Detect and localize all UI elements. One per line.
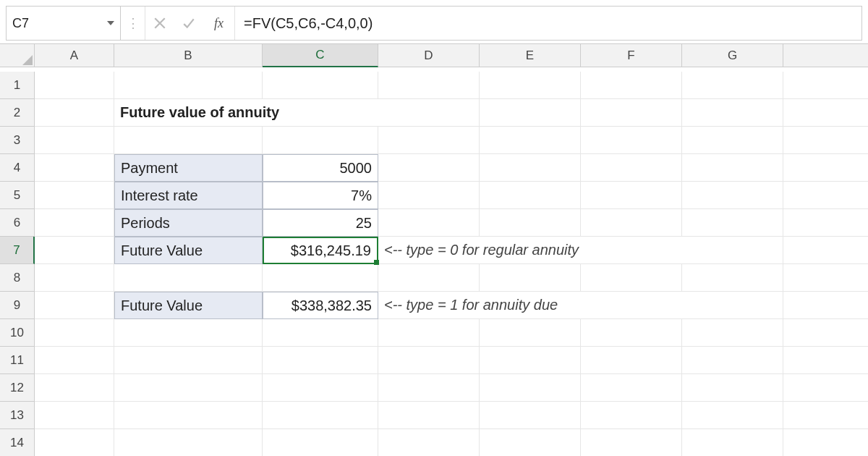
spreadsheet-grid[interactable]: A B C D E F G 1 2 Future value of annuit… bbox=[0, 43, 868, 456]
row-header-11[interactable]: 11 bbox=[0, 347, 35, 374]
row-header-1[interactable]: 1 bbox=[0, 72, 35, 99]
cell-G1[interactable] bbox=[682, 72, 783, 99]
cell-G5[interactable] bbox=[682, 182, 783, 209]
cell-H3[interactable] bbox=[783, 127, 868, 154]
cell-C1[interactable] bbox=[263, 72, 378, 99]
cell-H7[interactable] bbox=[783, 237, 868, 264]
cell-A2[interactable] bbox=[35, 99, 114, 127]
cell-H2[interactable] bbox=[783, 99, 868, 127]
col-header-H[interactable] bbox=[783, 44, 868, 67]
chevron-down-icon[interactable] bbox=[107, 21, 114, 25]
row-header-9[interactable]: 9 bbox=[0, 292, 35, 319]
value-fv-b[interactable]: $338,382.35 bbox=[263, 292, 378, 319]
cell-D5[interactable] bbox=[378, 182, 480, 209]
name-box-value: C7 bbox=[12, 16, 107, 31]
name-box[interactable]: C7 bbox=[7, 7, 121, 40]
row-header-8[interactable]: 8 bbox=[0, 264, 35, 292]
label-fv-b[interactable]: Future Value bbox=[114, 292, 263, 319]
value-periods[interactable]: 25 bbox=[263, 209, 378, 237]
col-header-F[interactable]: F bbox=[581, 44, 682, 67]
cell-E2[interactable] bbox=[480, 99, 581, 127]
cell-G8[interactable] bbox=[682, 264, 783, 292]
cell-B1[interactable] bbox=[114, 72, 263, 99]
cell-A5[interactable] bbox=[35, 182, 114, 209]
cell-G2[interactable] bbox=[682, 99, 783, 127]
enter-button[interactable] bbox=[174, 7, 203, 40]
cell-A7[interactable] bbox=[35, 237, 114, 264]
cell-E8[interactable] bbox=[480, 264, 581, 292]
cell-H5[interactable] bbox=[783, 182, 868, 209]
cell-E4[interactable] bbox=[480, 154, 581, 182]
cell-F3[interactable] bbox=[581, 127, 682, 154]
insert-function-button[interactable]: fx bbox=[203, 7, 235, 40]
col-header-B[interactable]: B bbox=[114, 44, 263, 67]
cell-A10[interactable] bbox=[35, 319, 114, 347]
row-header-10[interactable]: 10 bbox=[0, 319, 35, 347]
value-interest-rate[interactable]: 7% bbox=[263, 182, 378, 209]
cell-A8[interactable] bbox=[35, 264, 114, 292]
cell-A1[interactable] bbox=[35, 72, 114, 99]
cell-F1[interactable] bbox=[581, 72, 682, 99]
cell-H9[interactable] bbox=[783, 292, 868, 319]
label-payment[interactable]: Payment bbox=[114, 154, 263, 182]
row-header-3[interactable]: 3 bbox=[0, 127, 35, 154]
cell-D1[interactable] bbox=[378, 72, 480, 99]
cell-D4[interactable] bbox=[378, 154, 480, 182]
row-header-12[interactable]: 12 bbox=[0, 374, 35, 402]
formula-input[interactable]: =FV(C5,C6,-C4,0,0) bbox=[235, 15, 861, 32]
col-header-E[interactable]: E bbox=[480, 44, 581, 67]
cell-D6[interactable] bbox=[378, 209, 480, 237]
cell-H8[interactable] bbox=[783, 264, 868, 292]
label-interest-rate[interactable]: Interest rate bbox=[114, 182, 263, 209]
cell-E5[interactable] bbox=[480, 182, 581, 209]
cell-C3[interactable] bbox=[263, 127, 378, 154]
value-payment[interactable]: 5000 bbox=[263, 154, 378, 182]
drag-handle-icon[interactable] bbox=[121, 7, 145, 40]
cell-C8[interactable] bbox=[263, 264, 378, 292]
col-header-C[interactable]: C bbox=[263, 44, 378, 67]
row-header-13[interactable]: 13 bbox=[0, 402, 35, 429]
cancel-button[interactable] bbox=[145, 7, 174, 40]
fx-icon: fx bbox=[214, 16, 224, 31]
cell-A4[interactable] bbox=[35, 154, 114, 182]
note-regular-annuity[interactable]: <-- type = 0 for regular annuity bbox=[378, 237, 783, 264]
cell-A6[interactable] bbox=[35, 209, 114, 237]
note-annuity-due[interactable]: <-- type = 1 for annuity due bbox=[378, 292, 783, 319]
selected-cell[interactable]: $316,245.19 bbox=[263, 237, 378, 264]
cell-G3[interactable] bbox=[682, 127, 783, 154]
row-header-6[interactable]: 6 bbox=[0, 209, 35, 237]
cell-A9[interactable] bbox=[35, 292, 114, 319]
check-icon bbox=[182, 17, 195, 30]
row-header-14[interactable]: 14 bbox=[0, 429, 35, 456]
col-header-A[interactable]: A bbox=[35, 44, 114, 67]
label-periods[interactable]: Periods bbox=[114, 209, 263, 237]
cell-B8[interactable] bbox=[114, 264, 263, 292]
cell-F2[interactable] bbox=[581, 99, 682, 127]
col-header-D[interactable]: D bbox=[378, 44, 480, 67]
col-header-G[interactable]: G bbox=[682, 44, 783, 67]
cell-B3[interactable] bbox=[114, 127, 263, 154]
cell-A3[interactable] bbox=[35, 127, 114, 154]
cell-H4[interactable] bbox=[783, 154, 868, 182]
cell-F5[interactable] bbox=[581, 182, 682, 209]
cell-D8[interactable] bbox=[378, 264, 480, 292]
label-fv-a[interactable]: Future Value bbox=[114, 237, 263, 264]
page-title[interactable]: Future value of annuity bbox=[114, 99, 480, 127]
row-header-2[interactable]: 2 bbox=[0, 99, 35, 127]
row-header-5[interactable]: 5 bbox=[0, 182, 35, 209]
cell-D3[interactable] bbox=[378, 127, 480, 154]
cell-G6[interactable] bbox=[682, 209, 783, 237]
cell-H6[interactable] bbox=[783, 209, 868, 237]
cell-H1[interactable] bbox=[783, 72, 868, 99]
select-all-corner[interactable] bbox=[0, 44, 35, 67]
row-header-7[interactable]: 7 bbox=[0, 237, 35, 264]
row-header-4[interactable]: 4 bbox=[0, 154, 35, 182]
cell-F4[interactable] bbox=[581, 154, 682, 182]
cell-E6[interactable] bbox=[480, 209, 581, 237]
cell-E3[interactable] bbox=[480, 127, 581, 154]
cell-E1[interactable] bbox=[480, 72, 581, 99]
cell-F6[interactable] bbox=[581, 209, 682, 237]
x-icon bbox=[153, 17, 166, 30]
cell-F8[interactable] bbox=[581, 264, 682, 292]
cell-G4[interactable] bbox=[682, 154, 783, 182]
